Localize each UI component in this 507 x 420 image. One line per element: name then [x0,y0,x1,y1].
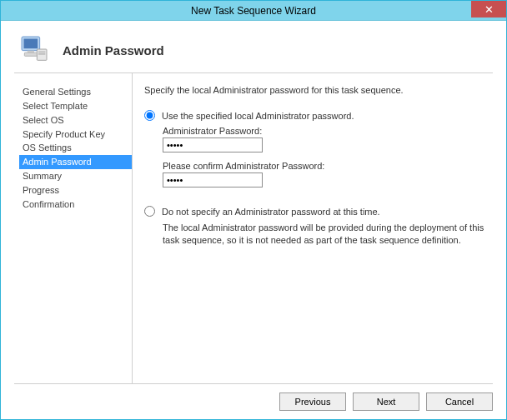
svg-rect-4 [38,53,45,55]
option-no-password: Do not specify an Administrator password… [144,206,488,247]
next-button[interactable]: Next [353,392,419,411]
radio-no-password[interactable] [144,206,155,217]
titlebar: New Task Sequence Wizard ✕ [1,1,506,21]
radio-no-password-label[interactable]: Do not specify an Administrator password… [162,207,380,217]
svg-rect-1 [24,39,38,49]
close-button[interactable]: ✕ [471,1,506,18]
previous-button[interactable]: Previous [279,392,346,411]
wizard-body: General SettingsSelect TemplateSelect OS… [1,73,506,383]
sidebar-item-confirmation[interactable]: Confirmation [19,198,132,212]
sidebar-item-admin-password[interactable]: Admin Password [19,155,132,169]
option-use-password: Use the specified local Administrator pa… [144,110,488,188]
cancel-button[interactable]: Cancel [426,392,493,411]
wizard-content: Specify the local Administrator password… [133,73,493,383]
sidebar-item-general-settings[interactable]: General Settings [19,85,132,99]
wizard-footer: Previous Next Cancel [14,383,493,419]
svg-rect-3 [38,52,45,53]
sidebar-item-progress[interactable]: Progress [19,183,132,198]
computer-icon [18,32,51,68]
radio-row-use-password[interactable]: Use the specified local Administrator pa… [144,110,488,121]
sidebar-item-select-template[interactable]: Select Template [19,99,132,113]
confirm-password-label: Please confirm Administrator Password: [163,161,488,171]
radio-use-password[interactable] [144,110,155,121]
wizard-sidebar: General SettingsSelect TemplateSelect OS… [14,73,133,383]
sidebar-item-os-settings[interactable]: OS Settings [19,141,132,155]
close-icon: ✕ [484,3,494,16]
svg-rect-6 [24,52,37,56]
admin-password-input[interactable] [163,138,263,152]
wizard-header: Admin Password [1,21,506,72]
window-title: New Task Sequence Wizard [191,5,316,17]
sidebar-item-summary[interactable]: Summary [19,169,132,183]
sidebar-item-select-os[interactable]: Select OS [19,113,132,128]
radio-row-no-password[interactable]: Do not specify an Administrator password… [144,206,488,217]
confirm-password-input[interactable] [163,172,263,188]
intro-text: Specify the local Administrator password… [144,85,488,95]
no-password-note: The local Administrator password will be… [163,222,488,247]
admin-password-label: Administrator Password: [163,126,488,136]
sidebar-item-specify-product-key[interactable]: Specify Product Key [19,128,132,142]
radio-use-password-label[interactable]: Use the specified local Administrator pa… [162,111,354,121]
page-title: Admin Password [63,43,164,58]
